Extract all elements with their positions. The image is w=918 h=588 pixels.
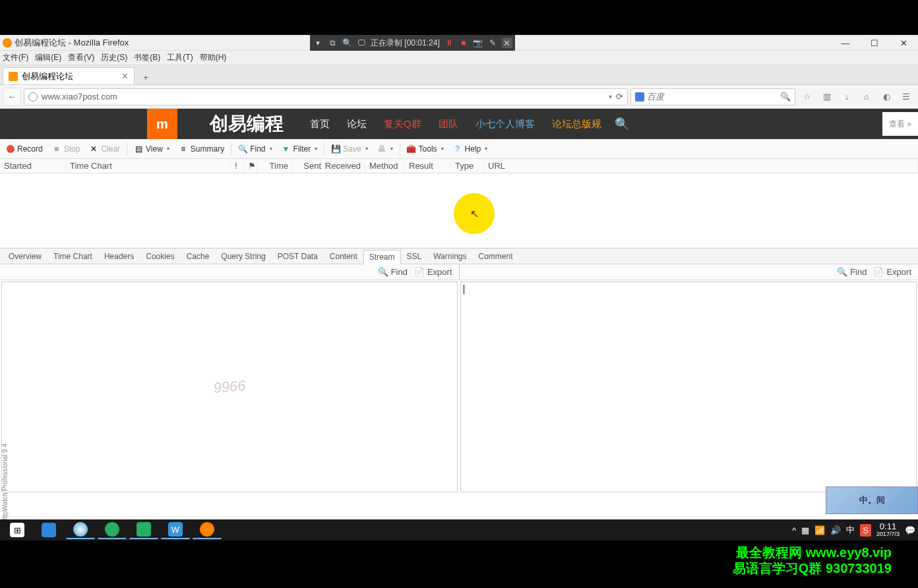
dtab-comment[interactable]: Comment (472, 249, 518, 264)
reload-icon[interactable]: ⟳ (616, 92, 623, 102)
taskbar-app2[interactable] (98, 521, 127, 539)
nav-team[interactable]: 团队 (439, 118, 458, 131)
close-button[interactable]: ✕ (889, 35, 918, 51)
print-button[interactable]: 🖶▾ (373, 142, 397, 156)
dtab-stream[interactable]: Stream (363, 250, 401, 264)
site-logo[interactable]: m (120, 109, 204, 139)
menu-view[interactable]: 查看(V) (68, 52, 94, 63)
col-received[interactable]: Received (326, 159, 365, 173)
menu-edit[interactable]: 编辑(E) (35, 52, 61, 63)
new-tab-button[interactable]: + (137, 70, 154, 84)
url-dropdown-icon[interactable]: ▾ (609, 93, 612, 100)
nav-blog[interactable]: 小七个人博客 (475, 118, 535, 131)
nav-forum[interactable]: 论坛 (347, 118, 367, 131)
search-icon[interactable]: 🔍 (780, 92, 791, 102)
col-flag[interactable]: ⚑ (244, 159, 257, 173)
menu-file[interactable]: 文件(F) (3, 52, 28, 63)
nav-qgroup[interactable]: 复关Q群 (384, 118, 421, 131)
taskbar-ie[interactable] (34, 521, 63, 539)
tray-notification-icon[interactable]: 💬 (905, 525, 915, 535)
recorder-stop-icon[interactable]: ■ (458, 38, 469, 48)
clear-button[interactable]: ✕Clear (85, 142, 124, 156)
help-button[interactable]: ?Help▾ (449, 142, 492, 156)
dtab-cookies[interactable]: Cookies (140, 249, 180, 264)
export-right-button[interactable]: 📄Export (873, 267, 911, 277)
hamburger-menu-icon[interactable]: ☰ (897, 88, 915, 106)
bookmark-star-icon[interactable]: ☆ (798, 88, 816, 106)
col-result[interactable]: Result (405, 159, 451, 173)
dtab-postdata[interactable]: POST Data (272, 249, 324, 264)
find-button[interactable]: 🔍Find▾ (234, 142, 276, 156)
filter-button[interactable]: ▼Filter▾ (278, 142, 322, 156)
tray-chevron-icon[interactable]: ^ (792, 525, 796, 535)
request-stream-pane[interactable]: 9966 (1, 281, 458, 492)
recorder-zoom-icon[interactable]: 🔍 (342, 38, 352, 48)
menu-bookmarks[interactable]: 书签(B) (134, 52, 160, 63)
search-box[interactable]: 🔍 (630, 88, 795, 105)
site-chk-label[interactable]: 查看 » (889, 119, 911, 130)
back-button[interactable]: ← (3, 88, 21, 106)
dtab-cache[interactable]: Cache (181, 249, 216, 264)
start-button[interactable]: ⊞ (3, 521, 32, 539)
recorder-window-icon[interactable]: ⧉ (327, 38, 338, 48)
tray-sogou-icon[interactable]: S (860, 524, 871, 537)
dtab-overview[interactable]: Overview (3, 249, 47, 264)
save-button[interactable]: 💾Save▾ (327, 142, 371, 156)
home-icon[interactable]: ⌂ (857, 88, 876, 106)
taskbar-app3[interactable] (129, 521, 158, 539)
menu-tools[interactable]: 工具(T) (167, 52, 193, 63)
nav-rules[interactable]: 论坛总版规 (552, 118, 601, 131)
minimize-button[interactable]: — (831, 35, 860, 51)
col-time[interactable]: Time (257, 159, 293, 173)
recorder-dropdown-icon[interactable]: ▾ (313, 38, 323, 48)
dtab-content[interactable]: Content (324, 249, 363, 264)
dtab-querystring[interactable]: Query String (215, 249, 271, 264)
floating-thumbnail[interactable]: 中。间 (826, 486, 918, 514)
menu-history[interactable]: 历史(S) (101, 52, 127, 63)
col-started[interactable]: Started (0, 159, 66, 173)
find-left-button[interactable]: 🔍Find (378, 267, 408, 277)
export-left-button[interactable]: 📄Export (414, 267, 452, 277)
tray-wifi-icon[interactable]: 📶 (814, 525, 825, 535)
reading-list-icon[interactable]: ▥ (818, 88, 836, 106)
tray-app-icon[interactable]: ▦ (801, 525, 809, 535)
recorder-close-icon[interactable]: ✕ (502, 38, 512, 48)
taskbar-app4[interactable]: W (161, 521, 190, 539)
record-button[interactable]: Record (3, 142, 47, 156)
downloads-icon[interactable]: ↓ (838, 88, 856, 106)
col-timechart[interactable]: Time Chart (66, 159, 231, 173)
dtab-headers[interactable]: Headers (98, 249, 140, 264)
col-url[interactable]: URL (484, 159, 918, 173)
recorder-pause-icon[interactable]: ⏸ (444, 38, 454, 48)
recorder-pen-icon[interactable]: ✎ (487, 38, 498, 48)
col-alert[interactable]: ! (231, 159, 244, 173)
dtab-ssl[interactable]: SSL (401, 249, 428, 264)
dtab-warnings[interactable]: Warnings (427, 249, 472, 264)
taskbar-app1[interactable] (66, 521, 95, 539)
col-type[interactable]: Type (451, 159, 484, 173)
response-stream-pane[interactable] (460, 281, 917, 492)
recorder-monitor-icon[interactable]: 🖵 (356, 38, 367, 48)
maximize-button[interactable]: ☐ (860, 35, 889, 51)
tab-close-icon[interactable]: ✕ (121, 71, 129, 81)
tray-volume-icon[interactable]: 🔊 (830, 525, 841, 535)
tray-ime[interactable]: 中 (846, 524, 855, 536)
nav-home[interactable]: 首页 (310, 118, 330, 131)
stop-button[interactable]: ■Stop (48, 142, 84, 156)
site-search-icon[interactable]: 🔍 (615, 117, 629, 131)
url-bar[interactable]: www.xiao7post.com ▾ ⟳ (24, 88, 628, 105)
browser-tab[interactable]: 创易编程论坛 ✕ (3, 67, 135, 84)
search-input[interactable] (647, 92, 778, 102)
tray-clock[interactable]: 0:11 2017/7/3 (876, 522, 900, 538)
request-grid[interactable]: ↖ (0, 173, 918, 249)
col-sent[interactable]: Sent (293, 159, 326, 173)
recorder-camera-icon[interactable]: 📷 (473, 38, 483, 48)
addon-icon[interactable]: ◐ (877, 88, 896, 106)
col-method[interactable]: Method (365, 159, 405, 173)
taskbar-firefox[interactable] (193, 521, 222, 539)
menu-help[interactable]: 帮助(H) (200, 52, 227, 63)
tools-button[interactable]: 🧰Tools▾ (403, 142, 448, 156)
view-button[interactable]: ▤View▾ (130, 142, 173, 156)
dtab-timechart[interactable]: Time Chart (47, 249, 98, 264)
find-right-button[interactable]: 🔍Find (837, 267, 867, 277)
